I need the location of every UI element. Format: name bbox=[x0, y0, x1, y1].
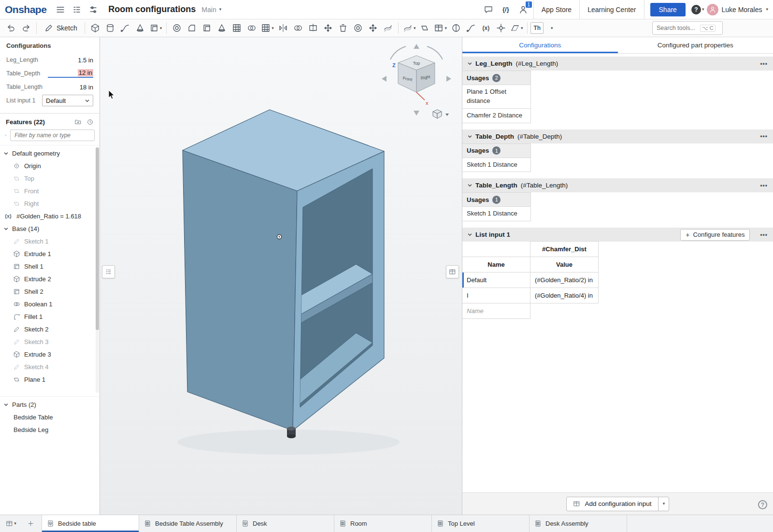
section-menu-icon[interactable]: ••• bbox=[760, 60, 768, 67]
feature-item-front-plane[interactable]: Front bbox=[0, 185, 100, 197]
feature-list-collapse-handle[interactable] bbox=[102, 265, 115, 278]
section-header[interactable]: List input 1 + Configure features ••• bbox=[462, 228, 773, 242]
new-option-name-input[interactable]: Name bbox=[462, 303, 530, 319]
hole-icon[interactable] bbox=[244, 21, 259, 35]
configure-features-button[interactable]: + Configure features bbox=[680, 229, 750, 241]
part-item-bedside-table[interactable]: Bedside Table bbox=[0, 411, 100, 423]
part-item-bedside-leg[interactable]: Bedside Leg bbox=[0, 423, 100, 436]
feature-group-default-geometry[interactable]: Default geometry bbox=[0, 147, 100, 159]
config-value-input-focused[interactable]: 12 in bbox=[48, 69, 93, 78]
add-configuration-caret-icon[interactable]: ▾ bbox=[658, 497, 669, 511]
onshape-logo[interactable]: Onshape bbox=[5, 4, 46, 15]
search-tools-box[interactable]: ⌥ C bbox=[652, 21, 723, 35]
draft-icon[interactable] bbox=[215, 21, 229, 35]
document-tab-bedside-table-assembly[interactable]: Bedside Table Assembly bbox=[139, 515, 237, 532]
rollback-history-icon[interactable] bbox=[86, 118, 94, 126]
thickness-caret-icon[interactable]: ▾ bbox=[544, 21, 558, 35]
section-menu-icon[interactable]: ••• bbox=[760, 133, 768, 140]
app-store-link[interactable]: App Store bbox=[534, 0, 580, 19]
sheet-metal-tools-icon[interactable]: ▾ bbox=[509, 21, 525, 35]
tab-configured-part-properties[interactable]: Configured part properties bbox=[618, 37, 773, 53]
notifications-icon[interactable]: 1 bbox=[516, 2, 530, 17]
view-cube-top-label[interactable]: Top bbox=[413, 61, 420, 66]
variable-icon[interactable]: (x) bbox=[479, 21, 493, 35]
boolean-icon[interactable] bbox=[291, 21, 305, 35]
usage-item[interactable]: Plane 1 Offset distance bbox=[462, 85, 531, 109]
tab-manager-icon[interactable]: ▾ bbox=[4, 517, 18, 531]
feature-filter-input[interactable] bbox=[10, 129, 95, 141]
extrude-icon[interactable] bbox=[88, 21, 102, 35]
panel-help-icon[interactable]: ? bbox=[758, 500, 767, 509]
feature-group-base[interactable]: Base (14) bbox=[0, 222, 100, 235]
option-name-cell[interactable]: Default bbox=[462, 272, 530, 288]
insert-folder-icon[interactable] bbox=[74, 118, 82, 126]
linear-pattern-icon[interactable]: ▾ bbox=[259, 21, 275, 35]
thickness-tool-button[interactable]: Th bbox=[530, 22, 544, 34]
scrollbar-thumb[interactable] bbox=[96, 147, 99, 330]
mate-connector-icon[interactable] bbox=[494, 21, 508, 35]
feature-script-icon[interactable]: {/} bbox=[499, 2, 513, 17]
redo-icon[interactable] bbox=[19, 21, 33, 35]
feature-tree-scrollbar[interactable] bbox=[96, 147, 99, 393]
learning-center-link[interactable]: Learning Center bbox=[580, 0, 644, 19]
feature-item-golden-ratio-variable[interactable]: (x)#Golden_Ratio = 1.618 bbox=[0, 210, 100, 222]
user-menu[interactable]: Luke Morales ▾ bbox=[707, 4, 768, 15]
feature-item-sketch-3[interactable]: Sketch 3 bbox=[0, 335, 100, 348]
usage-item[interactable]: Sketch 1 Distance bbox=[462, 158, 531, 173]
surface-tools-icon[interactable]: ▾ bbox=[401, 21, 417, 35]
composite-part-icon[interactable]: ▾ bbox=[432, 21, 448, 35]
feature-item-extrude-2[interactable]: Extrude 2 bbox=[0, 273, 100, 285]
plane-icon[interactable] bbox=[417, 21, 432, 35]
usage-item[interactable]: Sketch 1 Distance bbox=[462, 207, 531, 221]
feature-item-boolean-1[interactable]: Boolean 1 bbox=[0, 298, 100, 310]
usage-item[interactable]: Chamfer 2 Distance bbox=[462, 109, 531, 123]
add-configuration-input-button[interactable]: Add configuration input ▾ bbox=[566, 497, 669, 511]
document-tab-bedside-table[interactable]: Bedside table bbox=[42, 515, 139, 532]
search-tools-input[interactable] bbox=[657, 25, 698, 31]
feature-item-sketch-1[interactable]: Sketch 1 bbox=[0, 235, 100, 247]
feature-item-fillet-1[interactable]: Fillet 1 bbox=[0, 310, 100, 323]
sweep-icon[interactable] bbox=[118, 21, 132, 35]
list-input-select[interactable]: Default bbox=[42, 95, 93, 106]
feature-item-extrude-3[interactable]: Extrude 3 bbox=[0, 348, 100, 360]
document-list-icon[interactable] bbox=[70, 2, 84, 17]
feature-item-plane-1[interactable]: Plane 1 bbox=[0, 373, 100, 386]
fillet-icon[interactable] bbox=[170, 21, 184, 35]
feature-item-right-plane[interactable]: Right bbox=[0, 197, 100, 210]
home-view-icon[interactable] bbox=[433, 110, 449, 118]
undo-icon[interactable] bbox=[4, 21, 18, 35]
config-value-input[interactable]: 1.5 in bbox=[78, 57, 93, 64]
feature-item-sketch-4[interactable]: Sketch 4 bbox=[0, 360, 100, 373]
modify-fillet-icon[interactable] bbox=[351, 21, 365, 35]
section-menu-icon[interactable]: ••• bbox=[760, 231, 768, 238]
create-tab-icon[interactable] bbox=[23, 517, 38, 531]
option-name-cell[interactable]: I bbox=[462, 288, 530, 303]
revolve-icon[interactable] bbox=[103, 21, 117, 35]
feature-item-sketch-2[interactable]: Sketch 2 bbox=[0, 323, 100, 335]
section-header[interactable]: Table_Depth (#Table_Depth) ••• bbox=[462, 129, 773, 144]
document-settings-icon[interactable] bbox=[86, 2, 100, 17]
offset-surface-icon[interactable] bbox=[381, 21, 395, 35]
feature-item-shell-1[interactable]: Shell 1 bbox=[0, 260, 100, 273]
section-menu-icon[interactable]: ••• bbox=[760, 182, 768, 189]
mirror-icon[interactable] bbox=[276, 21, 290, 35]
hamburger-menu-icon[interactable] bbox=[53, 2, 68, 17]
comments-icon[interactable] bbox=[481, 2, 496, 17]
transform-icon[interactable] bbox=[321, 21, 335, 35]
filter-funnel-icon[interactable] bbox=[5, 132, 7, 139]
option-value-cell[interactable]: (#Golden_Ratio/4) in bbox=[530, 288, 599, 303]
chamfer-icon[interactable] bbox=[185, 21, 199, 35]
loft-icon[interactable] bbox=[133, 21, 147, 35]
share-button[interactable]: Share bbox=[650, 3, 686, 16]
helix-icon[interactable] bbox=[449, 21, 463, 35]
workspace-name[interactable]: Main bbox=[201, 6, 216, 14]
delete-part-icon[interactable] bbox=[336, 21, 350, 35]
config-value-input[interactable]: 18 in bbox=[80, 84, 93, 91]
section-header[interactable]: Leg_Length (#Leg_Length) ••• bbox=[462, 57, 773, 71]
section-header[interactable]: Table_Length (#Table_Length) ••• bbox=[462, 178, 773, 192]
sketch-button[interactable]: Sketch bbox=[40, 21, 82, 35]
thicken-icon[interactable]: ▾ bbox=[148, 21, 164, 35]
help-menu-button[interactable]: ? ▾ bbox=[691, 5, 704, 14]
move-face-icon[interactable] bbox=[366, 21, 380, 35]
document-tab-room[interactable]: Room bbox=[334, 515, 432, 532]
